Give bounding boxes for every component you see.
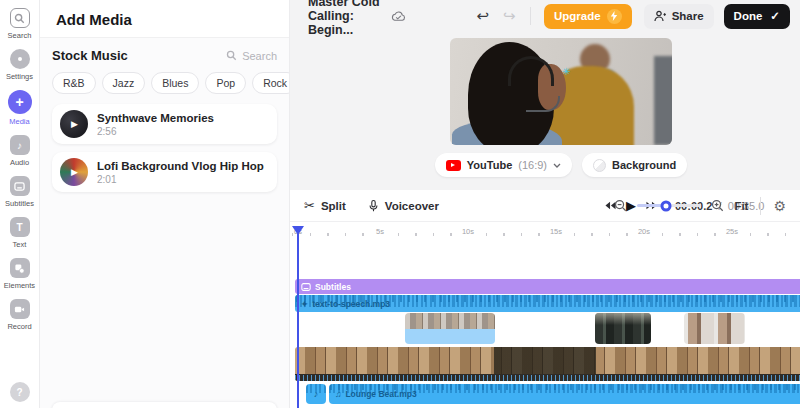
ruler-label: 10s xyxy=(460,227,476,236)
lightning-icon xyxy=(607,9,622,24)
aspect-label: (16:9) xyxy=(518,159,547,171)
zoom-controls: Fit ⚙ xyxy=(614,197,786,215)
track-title: Lofi Background Vlog Hip Hop xyxy=(97,159,264,174)
help-button[interactable]: ? xyxy=(0,382,40,402)
search-icon xyxy=(226,50,237,61)
genre-chips: R&B Jazz Blues Pop Rock ⋯ xyxy=(52,72,277,94)
stock-music-search[interactable]: Search xyxy=(226,50,277,62)
ruler-label: 20s xyxy=(636,227,652,236)
sidebar-item-media[interactable]: + Media xyxy=(0,90,40,126)
genre-chip-rnb[interactable]: R&B xyxy=(52,72,96,94)
time-ruler[interactable]: 0s 5s 10s 15s 20s 25s 30s 35s 40s xyxy=(290,222,800,244)
text-icon: T xyxy=(10,217,30,237)
attached-audio xyxy=(405,329,495,344)
divider xyxy=(760,197,761,215)
ruler-label: 15s xyxy=(548,227,564,236)
camera-icon xyxy=(10,299,30,319)
subtitles-track[interactable]: Subtitles xyxy=(295,279,800,294)
timeline-body: 0s 5s 10s 15s 20s 25s 30s 35s 40s Subtit… xyxy=(290,222,800,408)
music-item-partial[interactable] xyxy=(52,402,277,408)
sidebar-label: Settings xyxy=(6,72,33,81)
split-label: Split xyxy=(321,200,346,212)
panel-title: Add Media xyxy=(40,0,289,38)
zoom-out-button[interactable] xyxy=(614,199,627,212)
timeline-toolbar: ✂ Split Voiceover ▶ 00:00.2 / 00:35.0 xyxy=(290,190,800,222)
play-icon[interactable]: ▶ xyxy=(71,167,78,177)
slider-thumb[interactable] xyxy=(661,200,672,211)
split-button[interactable]: ✂ Split xyxy=(304,198,346,213)
share-label: Share xyxy=(672,10,704,22)
voiceover-button[interactable]: Voiceover xyxy=(368,199,439,213)
genre-chip-blues[interactable]: Blues xyxy=(151,72,199,94)
youtube-icon xyxy=(446,160,461,171)
album-art: ▶ xyxy=(60,158,88,186)
stock-music-section: Stock Music Search R&B Jazz Blues Pop Ro… xyxy=(40,38,289,408)
subtitles-track-label: Subtitles xyxy=(315,282,351,292)
playhead[interactable] xyxy=(292,226,304,408)
sidebar-item-elements[interactable]: Elements xyxy=(0,258,40,290)
background-button[interactable]: Background xyxy=(582,153,687,177)
sidebar-item-search[interactable]: Search xyxy=(0,8,40,40)
fit-button[interactable]: Fit xyxy=(734,200,748,212)
music-item-synthwave[interactable]: ▶ Synthwave Memories 2:56 xyxy=(52,104,277,144)
music-item-lofi[interactable]: ▶ Lofi Background Vlog Hip Hop 2:01 xyxy=(52,152,277,192)
playhead-line xyxy=(297,232,299,408)
sidebar-item-settings[interactable]: Settings xyxy=(0,49,40,81)
speech-audio-clip[interactable]: ✦ text-to-speech.mp3 xyxy=(295,295,800,312)
overlay-clip-3[interactable] xyxy=(684,313,745,344)
genre-chip-rock[interactable]: Rock xyxy=(252,72,289,94)
cloud-saved-icon xyxy=(391,10,406,22)
elements-icon xyxy=(10,258,30,278)
gear-icon xyxy=(10,49,30,69)
overlay-clip-1[interactable] xyxy=(405,313,495,344)
voiceover-label: Voiceover xyxy=(385,200,439,212)
done-button[interactable]: Done ✓ xyxy=(724,4,790,29)
sidebar-label: Elements xyxy=(4,281,35,290)
main-video-clip[interactable] xyxy=(295,347,800,381)
search-icon xyxy=(10,8,30,28)
redo-button[interactable]: ↪ xyxy=(503,7,516,25)
play-icon[interactable]: ▶ xyxy=(71,119,78,129)
main-area: Master Cold Calling: Begin... ↩ ↪ Upgrad… xyxy=(290,0,800,408)
track-duration: 2:01 xyxy=(97,174,264,185)
timeline-settings-icon[interactable]: ⚙ xyxy=(773,198,786,214)
music-clip-lounge[interactable]: ♫ Lounge Beat.mp3 xyxy=(329,384,800,404)
preview-area: Master Cold Calling: Begin... ↩ ↪ Upgrad… xyxy=(290,0,800,190)
overlay-clip-2[interactable] xyxy=(595,313,651,344)
video-canvas[interactable]: ✳ xyxy=(450,38,672,145)
sidebar-label: Search xyxy=(8,31,32,40)
search-placeholder: Search xyxy=(242,50,277,62)
sidebar-item-audio[interactable]: ♪ Audio xyxy=(0,135,40,167)
track-duration: 2:56 xyxy=(97,126,214,137)
upgrade-label: Upgrade xyxy=(554,10,601,22)
project-header: Master Cold Calling: Begin... ↩ ↪ Upgrad… xyxy=(290,0,800,32)
sidebar-item-record[interactable]: Record xyxy=(0,299,40,331)
upgrade-button[interactable]: Upgrade xyxy=(544,4,632,29)
genre-chip-pop[interactable]: Pop xyxy=(205,72,246,94)
subtitles-icon xyxy=(10,176,30,196)
undo-button[interactable]: ↩ xyxy=(476,7,489,25)
sidebar-item-subtitles[interactable]: Subtitles xyxy=(0,176,40,208)
sidebar-label: Record xyxy=(7,322,31,331)
ruler-label: 25s xyxy=(724,227,740,236)
music-clip-label: Lounge Beat.mp3 xyxy=(345,389,416,399)
music-note-icon: ♪ xyxy=(306,384,326,404)
timeline-tracks: Subtitles ✦ text-to-speech.mp3 xyxy=(290,244,800,408)
help-icon: ? xyxy=(10,382,30,402)
project-title[interactable]: Master Cold Calling: Begin... xyxy=(308,0,383,37)
color-swatch xyxy=(593,159,606,172)
music-note-icon: ♫ xyxy=(335,389,341,399)
sidebar-item-text[interactable]: T Text xyxy=(0,217,40,249)
timeline: ✂ Split Voiceover ▶ 00:00.2 / 00:35.0 xyxy=(290,190,800,408)
sidebar-label: Audio xyxy=(10,158,29,167)
chevron-down-icon xyxy=(553,163,561,168)
timeline-zoom-slider[interactable] xyxy=(637,204,701,207)
share-button[interactable]: Share xyxy=(644,4,714,29)
zoom-in-button[interactable] xyxy=(711,199,724,212)
music-clip-short[interactable]: ♪ xyxy=(306,384,326,404)
sparkle-icon: ✳ xyxy=(562,66,570,77)
aspect-ratio-dropdown[interactable]: YouTube (16:9) xyxy=(435,153,572,177)
genre-chip-jazz[interactable]: Jazz xyxy=(102,72,146,94)
sidebar-label: Media xyxy=(9,117,29,126)
add-media-panel: Add Media Stock Music Search R&B Jazz Bl… xyxy=(40,0,290,408)
